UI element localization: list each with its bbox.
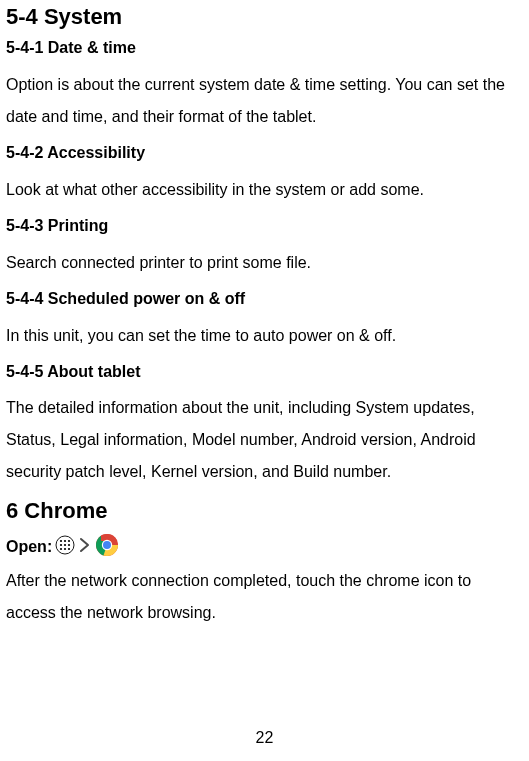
svg-point-5 [64,544,66,546]
heading-5-4-2: 5-4-2 Accessibility [6,143,523,164]
chrome-icon [95,533,119,561]
svg-point-9 [68,548,70,550]
heading-5-4-3: 5-4-3 Printing [6,216,523,237]
svg-point-3 [68,540,70,542]
body-5-4-1: Option is about the current system date … [6,69,523,133]
heading-5-4-4: 5-4-4 Scheduled power on & off [6,289,523,310]
body-6-chrome: After the network connection completed, … [6,565,523,629]
svg-rect-12 [101,533,119,541]
heading-5-4-1: 5-4-1 Date & time [6,38,523,59]
body-5-4-3: Search connected printer to print some f… [6,247,523,279]
page-content: 5-4 System 5-4-1 Date & time Option is a… [0,0,529,629]
open-label: Open: [6,538,52,556]
svg-point-2 [64,540,66,542]
svg-point-1 [60,540,62,542]
heading-6-chrome: 6 Chrome [6,498,523,524]
svg-point-14 [103,541,111,549]
svg-point-6 [68,544,70,546]
svg-point-4 [60,544,62,546]
page-number: 22 [0,729,529,747]
heading-5-4-5: 5-4-5 About tablet [6,362,523,383]
app-drawer-icon [55,535,75,559]
open-line: Open: [6,533,523,561]
body-5-4-5: The detailed information about the unit,… [6,392,523,488]
body-5-4-4: In this unit, you can set the time to au… [6,320,523,352]
svg-point-7 [60,548,62,550]
body-5-4-2: Look at what other accessibility in the … [6,174,523,206]
heading-5-4-system: 5-4 System [6,4,523,30]
chevron-right-icon [78,535,92,559]
svg-point-8 [64,548,66,550]
